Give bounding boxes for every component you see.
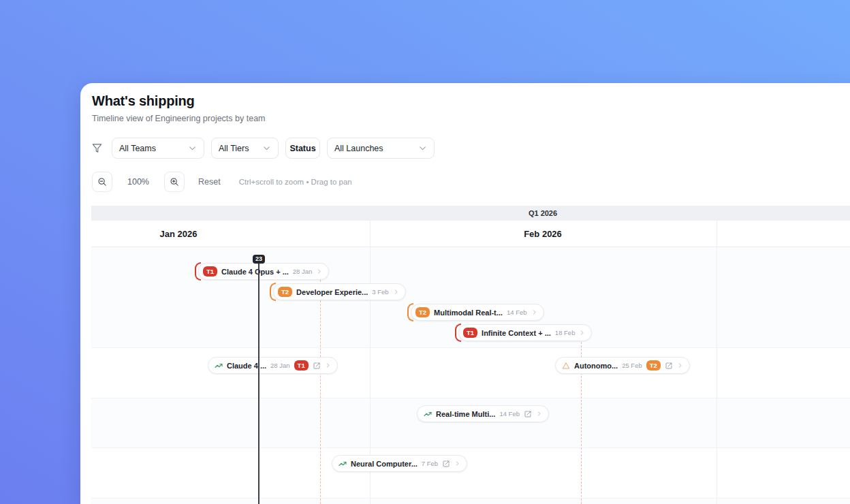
tier-badge: T2 [278,287,292,298]
zoom-level-value: 100% [127,177,150,187]
tier-badge: T2 [415,307,430,318]
launch-item-autonomous[interactable]: Autonomo... 25 Feb T2 [555,357,690,374]
item-date: 7 Feb [422,460,438,467]
timeline-lane [91,347,850,398]
zoom-reset-button[interactable]: Reset [198,177,221,187]
timeline-item-multimodal-realtime[interactable]: T2 Multimodal Real-t... 14 Feb [407,303,544,321]
zoom-out-magnifier-icon [97,177,107,187]
chevron-right-icon [677,362,683,368]
trending-up-icon [339,460,347,468]
page-title: What's shipping [92,93,266,109]
item-name: Real-time Multi... [436,410,495,418]
trending-up-icon [424,410,432,418]
chevron-right-icon [531,309,537,315]
timeline-lane [91,498,850,504]
chevron-right-icon [393,289,399,295]
item-name: Claude 4 Opus + ... [221,268,289,276]
chevron-right-icon [579,330,585,336]
today-line [258,262,259,504]
timeline-lane [91,447,850,498]
milestone-line-28jan [320,280,321,504]
tiers-filter-value: All Tiers [219,144,249,153]
month-divider [717,221,717,247]
launches-filter-dropdown[interactable]: All Launches [327,138,435,159]
lane-divider [91,347,850,348]
trending-up-icon [215,362,223,370]
shipping-panel: What's shipping Timeline view of Enginee… [80,83,850,504]
lane-divider [91,398,850,398]
item-name: Multimodal Real-t... [434,309,503,317]
zoom-in-magnifier-icon [170,177,179,187]
quarter-band: Q1 2026 [91,206,850,221]
teams-filter-dropdown[interactable]: All Teams [112,138,204,159]
chevron-right-icon [325,362,331,368]
timeline-item-claude-4-opus[interactable]: T1 Claude 4 Opus + ... 28 Jan [195,262,329,281]
item-name: Infinite Context + ... [482,329,551,337]
filter-funnel-icon [92,143,102,153]
today-date-badge: 23 [253,255,265,264]
external-link-icon [442,460,450,468]
lane-divider [91,498,850,499]
tier-badge: T1 [294,360,309,371]
chevron-right-icon [536,411,542,417]
chevron-right-icon [316,268,322,274]
chevron-down-icon [418,144,427,153]
gantt-chart-area[interactable]: 23 T1 Claude 4 Opus + ... 28 Jan T2 Deve… [91,247,850,504]
month-divider [370,221,371,247]
lane-divider [91,447,850,448]
item-name: Claude 4 ... [227,362,266,370]
item-date: 28 Jan [270,362,290,369]
item-date: 28 Jan [293,268,313,275]
filter-bar: All Teams All Tiers Status All Launches [92,138,435,159]
timeline-item-infinite-context[interactable]: T1 Infinite Context + ... 18 Feb [455,324,592,342]
month-gridline [717,247,717,504]
launch-item-neural-computer[interactable]: Neural Computer... 7 Feb [332,455,467,472]
launch-item-realtime-multi[interactable]: Real-time Multi... 14 Feb [417,405,549,422]
tier-badge: T1 [463,328,477,338]
zoom-out-button[interactable] [92,172,112,192]
item-date: 14 Feb [499,410,520,418]
external-link-icon [524,410,532,418]
page-subtitle: Timeline view of Engineering projects by… [92,114,266,123]
chevron-down-icon [262,144,271,153]
tier-badge: T1 [203,266,217,277]
chevron-down-icon [188,144,197,153]
quarter-label: Q1 2026 [529,209,557,217]
zoom-in-button[interactable] [164,172,185,192]
timeline-view[interactable]: Q1 2026 Jan 2026 Feb 2026 [91,206,850,504]
tier-badge: T2 [646,360,661,371]
teams-filter-value: All Teams [119,144,156,153]
launches-filter-value: All Launches [334,144,383,153]
item-date: 25 Feb [622,362,642,369]
launch-item-claude-4[interactable]: Claude 4 ... 28 Jan T1 [208,357,338,374]
external-link-icon [665,362,673,370]
zoom-hint-text: Ctrl+scroll to zoom • Drag to pan [239,178,352,186]
status-filter-button[interactable]: Status [285,138,320,159]
month-label-feb: Feb 2026 [524,229,562,239]
item-name: Autonomo... [574,362,618,370]
external-link-icon [313,362,321,370]
zoom-toolbar: 100% Reset Ctrl+scroll to zoom • Drag to… [92,172,352,192]
warning-triangle-icon [562,362,570,370]
item-date: 18 Feb [555,329,576,336]
item-date: 14 Feb [507,309,527,316]
month-header-row: Jan 2026 Feb 2026 [91,221,850,247]
item-name: Developer Experie... [296,288,368,296]
chevron-right-icon [454,460,460,467]
page-header: What's shipping Timeline view of Enginee… [92,93,266,123]
status-filter-label: Status [289,144,315,153]
timeline-item-developer-experience[interactable]: T2 Developer Experie... 3 Feb [270,283,406,301]
tiers-filter-dropdown[interactable]: All Tiers [211,138,279,159]
item-date: 3 Feb [372,288,388,296]
item-name: Neural Computer... [351,460,418,468]
month-label-jan: Jan 2026 [160,229,198,239]
